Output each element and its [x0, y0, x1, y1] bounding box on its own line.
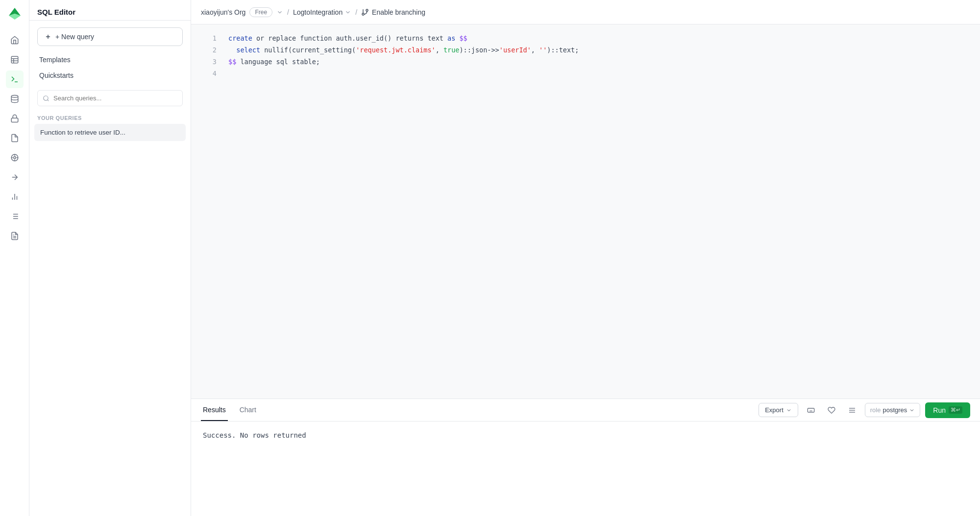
menu-icon-button[interactable]	[844, 402, 860, 418]
sidebar-icon-table[interactable]	[6, 51, 24, 69]
tab-results[interactable]: Results	[201, 399, 228, 421]
org-name: xiaoyijun's Org	[201, 8, 245, 16]
export-chevron-icon	[786, 407, 792, 413]
top-bar: xiaoyijun's Org Free / LogtoIntegration …	[191, 0, 980, 24]
results-tabs: Results Chart Export	[191, 399, 980, 422]
branch-icon	[361, 8, 369, 16]
project-name[interactable]: LogtoIntegration	[293, 8, 351, 16]
svg-rect-2	[11, 56, 18, 63]
svg-line-26	[48, 99, 49, 101]
menu-icon	[848, 406, 856, 414]
results-panel: Results Chart Export	[191, 399, 980, 516]
app-logo[interactable]	[7, 6, 23, 22]
sidebar-icon-lock[interactable]	[6, 110, 24, 127]
tab-chart[interactable]: Chart	[238, 399, 258, 421]
line-number-3: 3	[201, 56, 217, 68]
run-shortcut: ⌘↵	[949, 406, 962, 414]
project-label: LogtoIntegration	[293, 8, 343, 16]
separator-2: /	[355, 8, 357, 16]
line-number-2: 2	[201, 44, 217, 56]
search-input[interactable]	[53, 94, 177, 102]
new-query-button[interactable]: + New query	[37, 27, 183, 46]
panel-title: SQL Editor	[37, 8, 75, 16]
role-label: role	[870, 406, 881, 414]
success-message: Success. No rows returned	[203, 431, 968, 439]
sidebar-icon-database[interactable]	[6, 90, 24, 108]
enable-branching-button[interactable]: Enable branching	[361, 8, 425, 16]
role-chevron-icon	[909, 407, 915, 413]
section-label: YOUR QUERIES	[29, 111, 191, 123]
org-chevron-icon	[276, 9, 283, 16]
export-button[interactable]: Export	[759, 403, 798, 417]
plus-icon	[45, 33, 51, 40]
svg-point-29	[362, 13, 364, 15]
search-icon	[43, 95, 49, 102]
line-content-3: $$ language sql stable;	[228, 56, 320, 68]
svg-point-28	[366, 9, 368, 11]
svg-rect-30	[808, 408, 814, 412]
separator-1: /	[287, 8, 289, 16]
search-box	[37, 90, 183, 106]
code-editor[interactable]: 1 create or replace function auth.user_i…	[191, 24, 980, 399]
main-area: xiaoyijun's Org Free / LogtoIntegration …	[191, 0, 980, 516]
sidebar-icon-terminal[interactable]	[6, 70, 24, 88]
run-button[interactable]: Run ⌘↵	[925, 402, 970, 418]
sidebar-icon-page[interactable]	[6, 227, 24, 245]
icon-sidebar	[0, 0, 29, 516]
sidebar-icon-wand[interactable]	[6, 168, 24, 186]
query-item[interactable]: Function to retrieve user ID...	[34, 124, 186, 141]
nav-templates[interactable]: Templates	[37, 52, 183, 68]
new-query-label: + New query	[55, 33, 94, 41]
sidebar-icon-chart[interactable]	[6, 188, 24, 206]
role-selector[interactable]: role postgres	[865, 403, 921, 417]
sidebar-icon-home[interactable]	[6, 31, 24, 49]
results-content: Success. No rows returned	[191, 422, 980, 516]
heart-icon	[828, 406, 835, 414]
role-value: postgres	[882, 406, 907, 414]
svg-rect-8	[11, 118, 18, 122]
svg-point-7	[11, 95, 18, 98]
nav-quickstarts[interactable]: Quickstarts	[37, 68, 183, 83]
editor-container: 1 create or replace function auth.user_i…	[191, 24, 980, 516]
keyboard-icon	[807, 406, 815, 414]
line-content-2: select nullif(current_setting('request.j…	[228, 44, 579, 56]
code-line-4: 4	[191, 68, 980, 79]
sidebar-icon-list[interactable]	[6, 208, 24, 225]
run-label: Run	[933, 406, 946, 414]
line-content-1: create or replace function auth.user_id(…	[228, 32, 467, 44]
svg-point-10	[13, 157, 16, 159]
line-number-4: 4	[201, 68, 217, 79]
sidebar-icon-file[interactable]	[6, 129, 24, 147]
sidebar-icon-analytics[interactable]	[6, 149, 24, 166]
line-number-1: 1	[201, 32, 217, 44]
left-panel: SQL Editor + New query Templates Quickst…	[29, 0, 191, 516]
keyboard-icon-button[interactable]	[803, 402, 819, 418]
project-chevron-icon	[344, 9, 351, 16]
code-line-2: 2 select nullif(current_setting('request…	[191, 44, 980, 56]
code-line-3: 3 $$ language sql stable;	[191, 56, 980, 68]
svg-point-25	[44, 95, 48, 100]
plan-badge[interactable]: Free	[249, 7, 272, 17]
code-line-1: 1 create or replace function auth.user_i…	[191, 32, 980, 44]
results-actions: Export role postgres	[759, 402, 970, 418]
enable-branching-label: Enable branching	[372, 8, 425, 16]
panel-header: SQL Editor	[29, 0, 191, 21]
export-label: Export	[765, 406, 784, 414]
favorite-icon-button[interactable]	[824, 402, 839, 418]
nav-links: Templates Quickstarts	[29, 50, 191, 85]
